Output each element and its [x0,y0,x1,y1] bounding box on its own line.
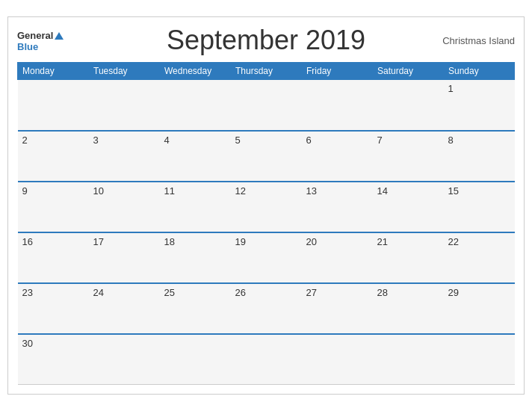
calendar-day-cell [231,334,302,385]
calendar-day-cell: 30 [18,334,89,385]
logo-area: General Blue [17,28,92,52]
days-header-row: Monday Tuesday Wednesday Thursday Friday… [18,63,515,80]
calendar-day-cell: 12 [231,182,302,232]
calendar-day-cell: 24 [89,283,160,334]
header-friday: Friday [302,63,373,80]
day-number: 10 [93,185,104,197]
day-number: 13 [306,185,317,197]
header-tuesday: Tuesday [89,63,160,80]
day-number: 15 [448,185,459,197]
calendar-day-cell: 18 [160,232,231,283]
day-number: 14 [377,185,388,197]
day-number: 19 [235,236,246,247]
calendar-day-cell: 3 [89,131,160,182]
calendar-day-cell: 11 [160,182,231,232]
day-number: 11 [164,185,175,197]
calendar-day-cell: 29 [444,283,515,334]
calendar-day-cell [231,80,302,131]
day-number: 2 [22,135,28,146]
day-number: 26 [235,287,246,298]
calendar-day-cell: 15 [444,182,515,232]
calendar-day-cell [373,80,444,131]
day-number: 20 [306,236,317,247]
calendar-header: General Blue September 2019 Christmas Is… [17,25,515,56]
calendar-day-cell [373,334,444,385]
day-number: 22 [448,236,459,247]
calendar-day-cell [89,80,160,131]
calendar-week-row: 30 [18,334,515,385]
header-sunday: Sunday [444,63,515,80]
day-number: 18 [164,236,175,247]
calendar-week-row: 2345678 [18,131,515,182]
calendar-day-cell: 4 [160,131,231,182]
day-number: 4 [164,135,170,146]
calendar-day-cell: 20 [302,232,373,283]
logo-triangle-icon [55,32,64,40]
day-number: 1 [448,83,454,94]
day-number: 25 [164,287,175,298]
day-number: 3 [93,135,99,146]
calendar-day-cell [444,334,515,385]
day-number: 27 [306,287,317,298]
calendar-day-cell: 6 [302,131,373,182]
calendar-day-cell [160,80,231,131]
day-number: 8 [448,135,454,146]
day-number: 29 [448,287,459,298]
region-label: Christmas Island [440,35,515,46]
calendar-day-cell: 5 [231,131,302,182]
calendar-day-cell: 23 [18,283,89,334]
calendar-week-row: 9101112131415 [18,182,515,232]
logo-blue: Blue [17,42,38,52]
day-number: 9 [22,185,28,197]
calendar-day-cell [302,334,373,385]
calendar-day-cell: 13 [302,182,373,232]
calendar-day-cell: 9 [18,182,89,232]
day-number: 21 [377,236,388,247]
day-number: 12 [235,185,246,197]
day-number: 24 [93,287,104,298]
calendar-day-cell: 21 [373,232,444,283]
calendar-week-row: 23242526272829 [18,283,515,334]
calendar-day-cell: 2 [18,131,89,182]
header-monday: Monday [18,63,89,80]
calendar-grid: Monday Tuesday Wednesday Thursday Friday… [17,62,515,385]
calendar-week-row: 16171819202122 [18,232,515,283]
calendar-day-cell: 14 [373,182,444,232]
calendar-day-cell: 8 [444,131,515,182]
calendar-day-cell: 26 [231,283,302,334]
day-number: 23 [22,287,33,298]
calendar-day-cell: 22 [444,232,515,283]
logo-general: General [17,28,64,42]
day-number: 30 [22,338,33,349]
calendar-day-cell: 16 [18,232,89,283]
calendar-day-cell [89,334,160,385]
calendar-day-cell [18,80,89,131]
calendar-day-cell: 25 [160,283,231,334]
header-saturday: Saturday [373,63,444,80]
calendar-day-cell: 19 [231,232,302,283]
day-number: 16 [22,236,33,247]
header-thursday: Thursday [231,63,302,80]
day-number: 17 [93,236,104,247]
calendar-day-cell [160,334,231,385]
calendar-day-cell: 28 [373,283,444,334]
day-number: 7 [377,135,383,146]
calendar-week-row: 1 [18,80,515,131]
calendar-day-cell [302,80,373,131]
calendar-day-cell: 27 [302,283,373,334]
calendar-day-cell: 17 [89,232,160,283]
calendar-container: General Blue September 2019 Christmas Is… [7,16,525,395]
day-number: 28 [377,287,388,298]
calendar-day-cell: 10 [89,182,160,232]
header-wednesday: Wednesday [160,63,231,80]
day-number: 5 [235,135,241,146]
day-number: 6 [306,135,312,146]
calendar-day-cell: 7 [373,131,444,182]
calendar-day-cell: 1 [444,80,515,131]
calendar-title: September 2019 [92,25,440,56]
